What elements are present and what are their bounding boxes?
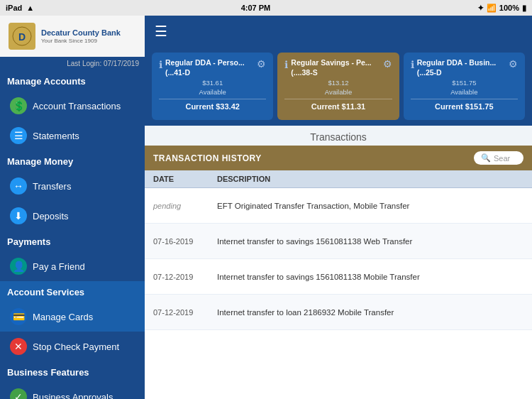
card-1-gear-icon[interactable]: ⚙ [257,58,266,70]
app-container: D Decatur County Bank Your Bank Since 19… [0,16,532,399]
deposits-label: Deposits [33,211,69,222]
account-card-1[interactable]: ℹ Regular DDA - Perso... (...41-D ⚙ $31.… [152,53,273,120]
tr-desc-1: Internet transfer to savings 1561081138 … [217,237,523,246]
last-login: Last Login: 07/17/2019 [0,57,145,70]
pending-label: pending [153,202,181,210]
table-row: 07-12-2019 Internet transfer to loan 218… [145,295,532,330]
tr-date-1: 07-16-2019 [153,237,217,246]
search-box[interactable]: 🔍 Sear [474,151,523,165]
statements-label: Statements [33,131,79,141]
manage-cards-icon: 💳 [10,308,27,325]
table-header: DATE DESCRIPTION [145,170,532,188]
sidebar-item-account-transactions[interactable]: 💲 Account Transactions [0,91,145,121]
tr-desc-2: Internet transfer to savings 1561081138 … [217,273,523,281]
sidebar-item-statements[interactable]: ☰ Statements [0,121,145,151]
top-nav: ☰ [145,16,532,47]
battery-label: 100% [499,4,519,12]
sidebar-logo: D Decatur County Bank Your Bank Since 19… [0,16,145,57]
tr-date-3: 07-12-2019 [153,308,217,317]
table-row: pending EFT Originated Transfer Transact… [145,188,532,224]
sidebar-item-pay-friend[interactable]: 👤 Pay a Friend [0,251,145,281]
business-approvals-label: Business Approvals [33,392,113,400]
history-title: TRANSACTION HISTORY [153,153,467,163]
main-content: ☰ ℹ Regular DDA - Perso... (...41-D ⚙ $3… [145,16,532,399]
sidebar-item-deposits[interactable]: ⬇ Deposits [0,201,145,231]
transaction-history-header: TRANSACTION HISTORY 🔍 Sear [145,146,532,170]
battery-icon: ▮ [522,4,526,13]
card-3-available-label: Available [411,88,518,96]
search-text: Sear [494,154,510,163]
account-transactions-label: Account Transactions [33,101,121,111]
tr-desc-3: Internet transfer to loan 2186932 Mobile… [217,308,523,317]
status-left: iPad ▲ [6,4,34,12]
card-2-title: Regular Savings - Pe... (....38-S [291,58,379,77]
table-row: 07-16-2019 Internet transfer to savings … [145,224,532,259]
ipad-label: iPad [6,4,22,12]
bank-name: Decatur County Bank [41,28,121,38]
card-3-current: Current $151.75 [411,102,518,111]
card-1-info-icon[interactable]: ℹ [159,59,162,70]
deposits-icon: ⬇ [10,207,27,224]
status-bar: iPad ▲ 4:07 PM ✦ 📶 100% ▮ [0,0,532,16]
pay-friend-icon: 👤 [10,258,27,275]
search-icon: 🔍 [481,153,491,163]
card-1-title: Regular DDA - Perso... (...41-D [165,58,254,77]
logo-text: Decatur County Bank Your Bank Since 1909 [41,28,121,45]
tr-date-0: pending [153,202,217,210]
status-right: ✦ 📶 100% ▮ [477,4,526,13]
statements-icon: ☰ [10,127,27,144]
card-1-available-amount: $31.61 [159,79,266,87]
stop-check-icon: ✕ [10,338,27,355]
card-1-current: Current $33.42 [159,102,266,111]
logo-emblem: D [9,23,35,50]
card-2-current: Current $11.31 [284,102,392,111]
tr-date-2: 07-12-2019 [153,273,217,281]
section-account-services: Account Services [0,281,145,302]
card-3-header: ℹ Regular DDA - Busin... (...25-D ⚙ [411,58,518,77]
bluetooth-icon: ✦ [477,4,484,13]
col-description: DESCRIPTION [217,175,523,183]
manage-cards-label: Manage Cards [33,312,93,322]
section-payments: Payments [0,231,145,251]
card-3-title: Regular DDA - Busin... (...25-D [417,58,506,77]
account-card-2[interactable]: ℹ Regular Savings - Pe... (....38-S ⚙ $1… [277,53,399,120]
stop-check-label: Stop Check Payment [33,341,119,352]
section-manage-accounts: Manage Accounts [0,70,145,91]
section-business-features: Business Features [0,361,145,382]
transactions-section-label: Transactions [145,126,532,146]
card-2-info-icon[interactable]: ℹ [284,59,288,70]
card-2-available-label: Available [284,88,392,96]
card-3-gear-icon[interactable]: ⚙ [509,58,518,70]
sidebar: D Decatur County Bank Your Bank Since 19… [0,16,145,399]
card-1-available-label: Available [159,88,266,96]
dollar-icon: 💲 [10,97,27,114]
sidebar-item-manage-cards[interactable]: 💳 Manage Cards [0,302,145,332]
card-2-gear-icon[interactable]: ⚙ [383,58,392,70]
svg-text:D: D [18,31,26,43]
hamburger-icon[interactable]: ☰ [155,23,167,40]
bank-tagline: Your Bank Since 1909 [41,38,121,45]
sidebar-item-business-approvals[interactable]: ✓ Business Approvals [0,382,145,399]
transactions-list: pending EFT Originated Transfer Transact… [145,188,532,399]
sidebar-item-stop-check[interactable]: ✕ Stop Check Payment [0,332,145,361]
sidebar-item-transfers[interactable]: ↔ Transfers [0,171,145,201]
account-card-3[interactable]: ℹ Regular DDA - Busin... (...25-D ⚙ $151… [404,53,525,120]
transfers-icon: ↔ [10,177,27,195]
card-3-available-amount: $151.75 [411,79,518,87]
transfers-label: Transfers [33,181,71,192]
card-3-info-icon[interactable]: ℹ [411,59,414,70]
card-2-header: ℹ Regular Savings - Pe... (....38-S ⚙ [284,58,392,77]
card-2-available-amount: $13.12 [284,79,392,87]
wifi-icon: ▲ [26,4,34,12]
account-cards: ℹ Regular DDA - Perso... (...41-D ⚙ $31.… [145,47,532,126]
business-approvals-icon: ✓ [10,388,27,399]
status-time: 4:07 PM [241,4,271,12]
wifi-signal-icon: 📶 [487,4,497,13]
section-manage-money: Manage Money [0,151,145,171]
table-row: 07-12-2019 Internet transfer to savings … [145,259,532,295]
tr-desc-0: EFT Originated Transfer Transaction, Mob… [217,202,523,210]
pay-friend-label: Pay a Friend [33,261,85,272]
card-1-header: ℹ Regular DDA - Perso... (...41-D ⚙ [159,58,266,77]
col-date: DATE [153,175,217,183]
